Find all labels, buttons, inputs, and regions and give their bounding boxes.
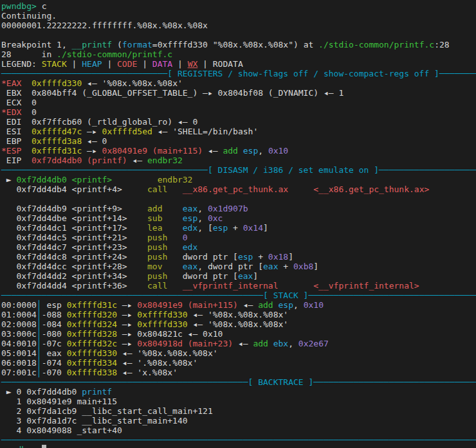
current-frame-marker: ► 0 0xf7dd4db0 — [1, 387, 82, 397]
text-segment: dword ptr [ — [167, 252, 238, 262]
register-row-eax: *EAX 0xffffd330 ◂— '%08x.%08x.%08x' — [1, 78, 476, 88]
cursor — [42, 445, 47, 448]
text-segment: ECX 0 — [1, 98, 37, 107]
text-segment: edx — [183, 223, 197, 233]
text-segment: Continuing. — [1, 11, 57, 21]
text-segment: esp — [243, 146, 258, 156]
text-segment: add — [253, 339, 268, 348]
text-segment: 07:001c — [1, 368, 37, 377]
text-segment: dword ptr [ — [167, 271, 238, 281]
text-segment: -080 — [42, 329, 67, 339]
text-segment — [21, 146, 32, 156]
disasm-row: 0xf7dd4dd4 <printf+36> call __vfprintf_i… — [1, 281, 476, 291]
text-segment: —▸ — [117, 339, 137, 348]
prompt-line: pwndbg> c — [1, 1, 476, 11]
text-segment: 02:0008 — [1, 319, 37, 329]
backtrace-row: 2 0xf7da1cb9 __libc_start_call_main+121 — [1, 406, 476, 416]
disasm-row: 0xf7dd4dc1 <printf+17> lea edx, [esp + 0… — [1, 223, 476, 233]
text-segment: | — [137, 59, 152, 69]
text-segment: 0x80491e9 (main+115) — [137, 300, 238, 310]
disasm-row: 0xf7dd4dc5 <printf+21> push 0 — [1, 233, 476, 242]
backtrace-row: 4 0x8049088 _start+40 — [1, 426, 476, 435]
text-segment: sub — [147, 213, 162, 223]
text-segment: <__vfprintf_internal> — [313, 281, 419, 291]
text-segment: 0 — [183, 233, 188, 242]
text-segment: 03:000c — [1, 329, 37, 339]
register-value: 0xffffd31c — [32, 146, 82, 156]
panel-border: ───────── — [439, 69, 476, 78]
blank-line — [1, 194, 476, 204]
text-segment: __vfprintf_internal — [183, 281, 279, 291]
panel-border: │ — [37, 348, 42, 358]
register-row-ebp: EBP 0xffffd3a8 ◂— 0 — [1, 136, 476, 146]
separator-line: ────────────────────────────────────────… — [1, 435, 476, 445]
text-segment — [238, 146, 243, 156]
backtrace-header: ────────────────────────────────────────… — [1, 377, 476, 387]
text-segment — [268, 339, 273, 348]
legend-code: CODE — [117, 59, 137, 69]
text-segment: 00000001.22222222.ffffffff.%08x.%08x.%08… — [1, 21, 208, 30]
text-segment: ◂— '%08x.%08x.%08x' — [188, 319, 289, 329]
text-segment: ( — [112, 40, 122, 49]
text-segment: ◂— '%08x.%08x.%08x' — [117, 348, 218, 358]
backtrace-row-current: ► 0 0xf7dd4db0 printf — [1, 387, 476, 397]
text-segment: ◂— — [203, 146, 223, 156]
text-segment: —▸ — [117, 319, 137, 329]
panel-border: │ — [37, 368, 42, 377]
text-segment: 0xffffd330 — [137, 319, 187, 329]
text-segment: ◂— — [238, 300, 258, 310]
pwndbg-terminal[interactable]: pwndbg> cContinuing.00000001.22222222.ff… — [0, 0, 476, 448]
panel-border: │ — [37, 300, 42, 310]
legend-data: DATA — [152, 59, 172, 69]
text-segment: —▸ — [82, 127, 102, 136]
text-segment: endbr32 — [158, 175, 193, 184]
source-line: 28 in ./stdio-common/printf.c — [1, 49, 476, 59]
current-instruction-marker: ► — [1, 175, 16, 184]
text-segment: ESI — [1, 127, 32, 136]
program-output-line: 00000001.22222222.ffffffff.%08x.%08x.%08… — [1, 21, 476, 30]
disasm-row-current: ► 0xf7dd4db0 <printf> endbr32 — [1, 175, 476, 184]
text-segment: esp — [183, 213, 197, 223]
text-segment: push — [147, 271, 167, 281]
text-segment: , — [258, 146, 268, 156]
panel-border: │ — [37, 358, 42, 368]
legend-wx: WX — [188, 59, 198, 69]
disasm-header: ────────────────────────────────────────… — [1, 165, 476, 175]
text-segment: EBX 0x804bff4 (_GLOBAL_OFFSET_TABLE_) —▸… — [1, 88, 343, 98]
register-row-ecx: ECX 0 — [1, 98, 476, 107]
text-segment: 0xf7dd4db9 <printf+9> — [1, 204, 147, 213]
text-segment: mov — [147, 262, 162, 271]
text-segment: 0xffffd334 — [67, 358, 117, 368]
register-value: 0xf7dd4db0 (printf) — [32, 156, 127, 165]
disasm-row: 0xf7dd4dcc <printf+28> mov eax, dword pt… — [1, 262, 476, 271]
text-segment: eax — [42, 348, 67, 358]
text-segment: ◂— 0 — [82, 136, 107, 146]
panel-border: │ — [37, 310, 42, 319]
panel-border: ────────────────────────────────────────… — [1, 165, 208, 175]
panel-border: ───────────────────── — [379, 165, 476, 175]
text-segment: | — [197, 59, 212, 69]
text-segment: ] — [288, 252, 293, 262]
text-segment: 04:0010 — [1, 339, 37, 348]
stack-header: ────────────────────────────────────────… — [1, 291, 476, 300]
text-segment — [112, 175, 157, 184]
text-segment: 0xf7dd4dc7 <printf+23> — [1, 242, 147, 252]
text-segment — [273, 300, 279, 310]
backtrace-panel-title: [ BACKTRACE ] — [248, 377, 314, 387]
text-segment: 0xffffd32c — [67, 339, 117, 348]
text-segment: | — [102, 59, 117, 69]
text-segment: 0xf7dd4dd2 <printf+34> — [1, 271, 147, 281]
prompt: pwndbg> — [1, 1, 42, 11]
source-file: ./stdio-common/printf.c — [318, 40, 434, 49]
text-segment: 0xf7dd4dd4 <printf+36> — [1, 281, 147, 291]
text-segment — [167, 281, 182, 291]
text-segment: —▸ 0x804821c ◂— 0x10 — [117, 329, 223, 339]
argument-name: format — [122, 40, 152, 49]
text-segment: 0x10 — [268, 146, 288, 156]
text-segment: ] — [253, 271, 258, 281]
text-segment: ] — [313, 262, 318, 271]
text-segment: 0xf7dd4dbe <printf+14> — [1, 213, 147, 223]
text-segment: | — [172, 59, 187, 69]
text-segment: call — [147, 281, 167, 291]
text-segment: ◂— '%08x.%08x.%08x' — [188, 310, 289, 319]
